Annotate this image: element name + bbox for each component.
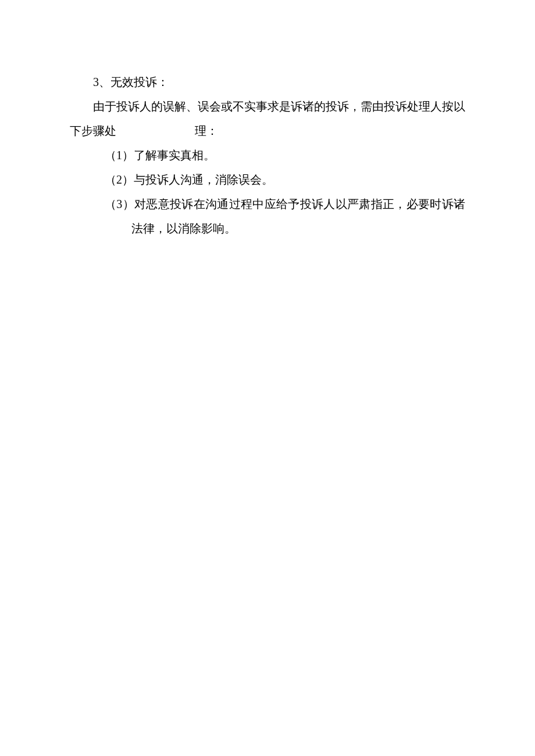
list-item-2-text: （2）与投诉人沟通，消除误会。 xyxy=(105,173,273,186)
list-item-1: （1）了解事实真相。 xyxy=(70,143,465,167)
intro-text-part1: 由于投诉人的误解、误会或不实事求是诉诸的投诉，需由投诉处理人按以下步骤处 xyxy=(70,100,465,137)
list-item-1-text: （1）了解事实真相。 xyxy=(105,149,215,162)
intro-text-part2: 理： xyxy=(195,124,218,137)
list-item-2: （2）与投诉人沟通，消除误会。 xyxy=(70,167,465,192)
list-item-3: （3）对恶意投诉在沟通过程中应给予投诉人以严肃指正，必要时诉诸法律，以消除影响。 xyxy=(70,192,465,241)
heading-invalid-complaint: 3、无效投诉： xyxy=(70,70,465,94)
heading-text: 3、无效投诉： xyxy=(93,76,169,88)
list-item-3-text: （3）对恶意投诉在沟通过程中应给予投诉人以严肃指正，必要时诉诸法律，以消除影响。 xyxy=(105,198,465,235)
intro-paragraph: 由于投诉人的误解、误会或不实事求是诉诸的投诉，需由投诉处理人按以下步骤处 理： xyxy=(70,94,465,143)
